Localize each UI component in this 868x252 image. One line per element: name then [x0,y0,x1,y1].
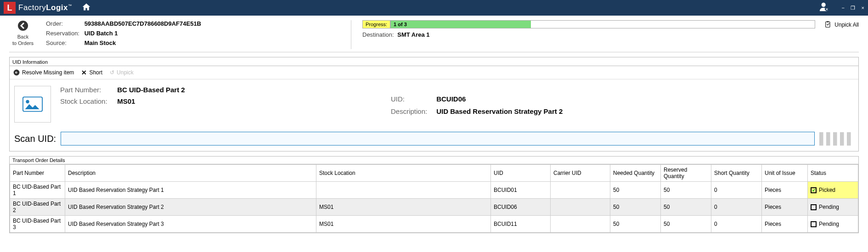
svg-point-3 [18,21,28,31]
col-description[interactable]: Description [65,165,316,182]
user-icon[interactable]: ✕ [819,2,829,14]
unpick-button: ↺ Unpick [110,69,134,76]
transport-order-details-panel: Transport Order Details Part Number Desc… [9,156,859,233]
scan-uid-input[interactable] [61,132,815,146]
col-needed-qty[interactable]: Needed Quantity [610,165,661,182]
titlebar: L FactoryLogix™ ✕ − ❐ × [0,0,868,16]
source-label: Source: [46,39,83,46]
part-number-label: Part Number: [60,86,115,94]
transport-table: Part Number Description Stock Location U… [10,164,858,233]
progress-bar: 1 of 3 [390,20,815,28]
transport-title: Transport Order Details [10,157,858,164]
progress-label: Progress: [362,20,390,28]
order-value: 59388AABD507EC7D786608D9AF74E51B [85,20,201,27]
uid-value: BCUID06 [436,95,466,103]
short-button[interactable]: ✕ Short [81,69,102,76]
table-row[interactable]: BC UID-Based Part 3UID Based Reservation… [10,216,858,233]
col-uid[interactable]: UID [491,165,551,182]
checked-icon: ✔ [811,187,817,193]
table-row[interactable]: BC UID-Based Part 2UID Based Reservation… [10,199,858,216]
part-image-placeholder [14,86,51,123]
col-status[interactable]: Status [808,165,858,182]
unpick-all-button[interactable]: Unpick All [824,20,859,28]
reservation-label: Reservation: [46,30,83,37]
close-button[interactable]: × [862,5,864,11]
description-label: Description: [391,107,434,115]
back-label-1: Back [9,34,37,39]
part-number-value: BC UID-Based Part 2 [117,86,185,94]
svg-rect-5 [827,21,829,22]
back-label-2: to Orders [9,40,37,46]
svg-text:✕: ✕ [825,7,829,11]
col-part-number[interactable]: Part Number [10,165,65,182]
app-logo: L [4,2,16,14]
source-value: Main Stock [85,39,116,46]
stock-location-label: Stock Location: [60,97,115,105]
svg-rect-4 [826,22,830,27]
col-stock-location[interactable]: Stock Location [316,165,491,182]
uid-label: UID: [391,95,434,103]
stock-location-value: MS01 [117,97,135,105]
unpick-all-icon [824,21,832,28]
uid-information-panel: UID Information Resolve Missing item ✕ S… [9,57,859,151]
destination-value: SMT Area 1 [397,31,429,38]
col-reserved-qty[interactable]: Reserved Quantity [661,165,711,182]
progress-fill: 1 of 3 [391,21,531,28]
resolve-missing-button[interactable]: Resolve Missing item [13,69,74,76]
description-value: UID Based Reservation Strategy Part 2 [436,107,563,115]
maximize-button[interactable]: ❐ [851,5,855,11]
order-header: Back to Orders Order: 59388AABD507EC7D78… [9,20,859,52]
scan-uid-label: Scan UID: [14,134,56,144]
col-unit[interactable]: Unit of Issue [762,165,808,182]
resolve-icon [13,69,20,76]
window-controls: − ❐ × [837,5,864,11]
order-label: Order: [46,20,83,27]
svg-point-8 [26,100,29,103]
uid-info-title: UID Information [10,58,858,66]
x-icon: ✕ [81,69,87,76]
svg-point-0 [822,2,826,6]
back-to-orders-button[interactable]: Back to Orders [9,20,37,46]
reservation-value: UID Batch 1 [85,30,118,37]
undo-icon: ↺ [110,69,114,76]
barcode-icon: ▌▌▌▌▌ [819,132,854,145]
minimize-button[interactable]: − [841,5,844,11]
destination-label: Destination: [362,31,394,38]
table-row[interactable]: BC UID-Based Part 1UID Based Reservation… [10,182,858,199]
unchecked-icon [811,221,817,227]
back-arrow-icon [9,20,37,33]
col-short-qty[interactable]: Short Quantity [711,165,762,182]
unchecked-icon [811,204,817,210]
col-carrier-uid[interactable]: Carrier UID [551,165,610,182]
home-icon[interactable] [81,2,91,14]
brand-name: FactoryLogix™ [18,3,72,12]
